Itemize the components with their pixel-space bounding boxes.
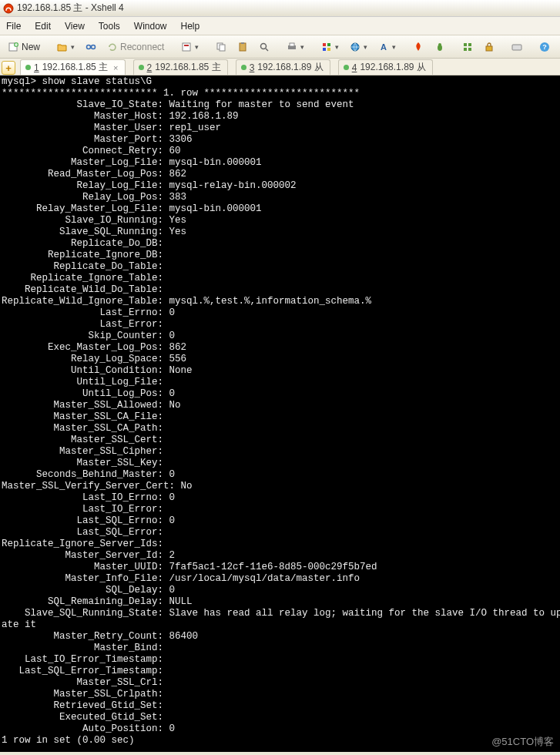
terminal-output[interactable]: mysql> show slave status\G *************… bbox=[0, 76, 560, 752]
menu-tools[interactable]: Tools bbox=[99, 21, 120, 32]
svg-rect-5 bbox=[183, 43, 190, 51]
tabbar: + 1 192.168.1.85 主×2 192.168.1.85 主3 192… bbox=[0, 59, 560, 76]
chevron-down-icon: ▾ bbox=[392, 43, 396, 51]
tab-label: 192.168.1.85 主 bbox=[42, 61, 108, 74]
print-button[interactable]: ▾ bbox=[283, 39, 308, 55]
chevron-down-icon: ▾ bbox=[300, 43, 304, 51]
svg-text:A: A bbox=[381, 42, 387, 52]
lock-icon bbox=[484, 42, 495, 52]
font-button[interactable]: A ▾ bbox=[374, 39, 400, 55]
svg-rect-16 bbox=[327, 43, 330, 46]
svg-rect-28 bbox=[512, 45, 521, 50]
svg-rect-9 bbox=[240, 43, 246, 51]
svg-point-4 bbox=[92, 45, 96, 49]
svg-rect-18 bbox=[327, 48, 330, 51]
app-icon bbox=[3, 3, 14, 14]
svg-rect-10 bbox=[241, 42, 244, 44]
help-icon: ? bbox=[539, 42, 550, 52]
tab-label: 192.168.1.89 从 bbox=[257, 61, 323, 74]
toolbar: New ▾ Reconnect ▾ bbox=[0, 35, 560, 59]
profile-button[interactable]: ▾ bbox=[177, 39, 203, 55]
session-tab[interactable]: 2 192.168.1.85 主 bbox=[133, 59, 228, 75]
paste-button[interactable] bbox=[233, 39, 252, 55]
keyboard-icon bbox=[511, 42, 522, 52]
reconnect-button[interactable]: Reconnect bbox=[103, 39, 168, 55]
chevron-down-icon: ▾ bbox=[195, 43, 199, 51]
search-button[interactable] bbox=[255, 39, 273, 55]
keyboard-button[interactable] bbox=[508, 39, 526, 55]
connection-status-icon bbox=[25, 65, 31, 70]
globe-icon bbox=[350, 42, 360, 52]
printer-icon bbox=[287, 42, 297, 52]
tool2-button[interactable] bbox=[431, 39, 449, 55]
paste-icon bbox=[237, 42, 248, 52]
svg-line-12 bbox=[266, 49, 268, 51]
menu-view[interactable]: View bbox=[65, 21, 85, 32]
menu-window[interactable]: Window bbox=[134, 21, 167, 32]
copy-icon bbox=[216, 42, 226, 52]
svg-point-0 bbox=[4, 4, 13, 13]
close-icon[interactable]: × bbox=[113, 63, 118, 72]
svg-point-11 bbox=[261, 43, 267, 49]
svg-rect-26 bbox=[468, 48, 471, 51]
font-icon: A bbox=[378, 42, 389, 52]
tab-index: 1 bbox=[34, 62, 39, 73]
svg-rect-23 bbox=[464, 43, 467, 46]
svg-rect-6 bbox=[184, 45, 189, 46]
new-tab-button[interactable]: + bbox=[2, 61, 15, 75]
reconnect-button-label: Reconnect bbox=[120, 42, 164, 52]
tile-button[interactable] bbox=[458, 39, 477, 55]
svg-rect-27 bbox=[486, 46, 492, 51]
session-tab[interactable]: 4 192.168.1.89 从 bbox=[338, 59, 433, 75]
tab-label: 192.168.1.89 从 bbox=[360, 61, 425, 74]
chevron-down-icon: ▾ bbox=[335, 43, 339, 51]
globe-button[interactable]: ▾ bbox=[346, 39, 371, 55]
open-button[interactable]: ▾ bbox=[53, 39, 79, 55]
connection-status-icon bbox=[139, 65, 144, 70]
reconnect-icon bbox=[107, 42, 118, 52]
connection-status-icon bbox=[344, 65, 349, 70]
window-titlebar: 192.168.1.85 主 - Xshell 4 bbox=[0, 0, 560, 17]
svg-rect-14 bbox=[290, 43, 294, 46]
xshell-button[interactable] bbox=[409, 39, 428, 55]
new-button-label: New bbox=[22, 42, 40, 52]
svg-rect-24 bbox=[468, 43, 471, 46]
flame-icon bbox=[413, 42, 424, 52]
chevron-down-icon: ▾ bbox=[364, 43, 367, 51]
tab-index: 3 bbox=[250, 62, 255, 73]
tab-index: 2 bbox=[147, 62, 153, 73]
help2-button[interactable]: ? bbox=[557, 39, 560, 55]
tile-icon bbox=[462, 42, 473, 52]
svg-rect-15 bbox=[323, 43, 326, 46]
help-button[interactable]: ? bbox=[535, 39, 554, 55]
svg-rect-17 bbox=[323, 48, 326, 51]
menu-edit[interactable]: Edit bbox=[35, 21, 51, 32]
profile-icon bbox=[181, 42, 192, 52]
svg-point-22 bbox=[438, 43, 441, 46]
palette-button[interactable]: ▾ bbox=[317, 39, 343, 55]
svg-rect-8 bbox=[220, 45, 225, 51]
connection-status-icon bbox=[241, 65, 246, 70]
menu-file[interactable]: File bbox=[6, 21, 21, 32]
svg-point-3 bbox=[87, 45, 91, 49]
tab-index: 4 bbox=[352, 62, 357, 73]
link-icon bbox=[86, 42, 96, 52]
copy-button[interactable] bbox=[212, 39, 230, 55]
menubar: File Edit View Tools Window Help bbox=[0, 17, 560, 35]
chevron-down-icon: ▾ bbox=[71, 43, 75, 51]
svg-rect-25 bbox=[464, 48, 467, 51]
menu-help[interactable]: Help bbox=[181, 21, 200, 32]
window-title: 192.168.1.85 主 - Xshell 4 bbox=[17, 2, 124, 15]
color-scheme-icon bbox=[321, 42, 332, 52]
folder-open-icon bbox=[57, 42, 68, 52]
session-tab[interactable]: 3 192.168.1.89 从 bbox=[236, 59, 330, 75]
svg-text:?: ? bbox=[543, 43, 548, 51]
link-button[interactable] bbox=[82, 39, 100, 55]
session-tab[interactable]: 1 192.168.1.85 主× bbox=[20, 59, 126, 75]
lock-button[interactable] bbox=[480, 39, 498, 55]
tab-label: 192.168.1.85 主 bbox=[155, 61, 220, 74]
bug-icon bbox=[434, 42, 445, 52]
new-session-icon bbox=[8, 42, 19, 52]
new-button[interactable]: New bbox=[5, 39, 44, 55]
search-icon bbox=[259, 42, 270, 52]
